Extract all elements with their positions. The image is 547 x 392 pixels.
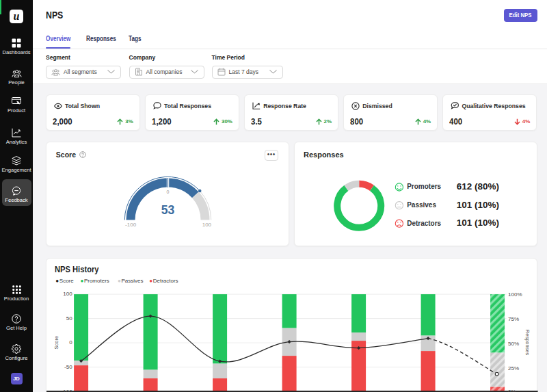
svg-text:0: 0 <box>70 340 73 346</box>
svg-text:Responses: Responses <box>525 330 531 356</box>
svg-text:Detractors: Detractors <box>407 219 441 226</box>
svg-text:100%: 100% <box>508 291 522 298</box>
svg-text:Promoters: Promoters <box>407 183 441 190</box>
svg-text:50%: 50% <box>508 341 519 347</box>
svg-text:0: 0 <box>166 190 169 194</box>
svg-text:0%: 0% <box>508 389 516 392</box>
svg-text:Score: Score <box>54 336 60 350</box>
svg-text:-50: -50 <box>64 364 72 370</box>
svg-text:100: 100 <box>64 291 73 298</box>
svg-text:53: 53 <box>161 203 174 217</box>
svg-text:75%: 75% <box>508 316 519 322</box>
svg-text:101 (10%): 101 (10%) <box>456 199 498 209</box>
svg-text:25%: 25% <box>508 365 519 371</box>
svg-text:-100: -100 <box>125 221 137 227</box>
svg-text:612 (80%): 612 (80%) <box>456 181 498 192</box>
svg-text:101 (10%): 101 (10%) <box>456 218 498 228</box>
svg-text:Passives: Passives <box>407 201 436 209</box>
svg-text:50: 50 <box>66 315 72 322</box>
svg-text:-100: -100 <box>62 389 73 392</box>
svg-text:100: 100 <box>202 221 211 227</box>
